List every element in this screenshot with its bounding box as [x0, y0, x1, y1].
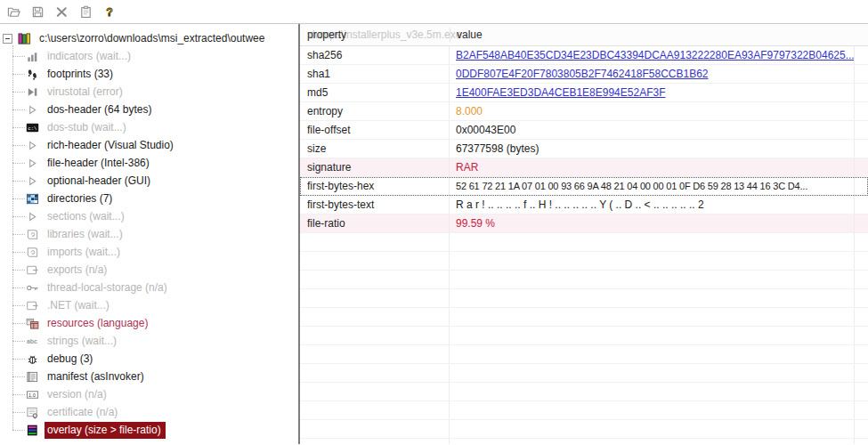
row-spacer: [855, 401, 868, 419]
tree-item-sections[interactable]: sections (wait...): [0, 207, 298, 225]
delete-icon[interactable]: [53, 3, 70, 20]
grid-row-file-offset[interactable]: file-offset0x00043E00: [300, 121, 868, 140]
row-spacer: [855, 177, 868, 195]
tree-item-version[interactable]: 1.0version (n/a): [0, 385, 298, 403]
tree-item-label: .NET (wait...): [45, 298, 112, 312]
tree-item-virustotal[interactable]: virustotal (error): [0, 83, 298, 101]
tree-item-label: overlay (size > file-ratio): [45, 422, 166, 439]
grid-row-md5[interactable]: md51E400FAE3ED3DA4CEB1E8E994E52AF3F: [300, 84, 868, 102]
tree-item-libraries[interactable]: libraries (wait...): [0, 225, 298, 243]
row-spacer: [855, 102, 868, 120]
tree-branch-line: [12, 323, 25, 324]
tree-item-label: resources (language): [45, 316, 150, 330]
toolbar: ?: [0, 0, 868, 24]
tree-item-label: sections (wait...): [45, 209, 127, 223]
value-cell: 52 61 72 21 1A 07 01 00 93 66 9A 48 21 0…: [450, 177, 855, 195]
tree-item-footprints[interactable]: footprints (33): [0, 65, 298, 83]
tree-branch-line: [12, 341, 25, 342]
tree-item-dot-net[interactable]: .NET (wait...): [0, 296, 298, 314]
tree-item-dos-stub[interactable]: c:\dos-stub (wait...): [0, 118, 298, 136]
property-cell: signature: [300, 158, 450, 176]
value-cell: R a r ! .. .. .. .. f .. H ! .. .. .. ..…: [450, 196, 855, 214]
open-folder-icon[interactable]: [4, 3, 22, 20]
tree-branch-line: [12, 198, 25, 199]
tree-item-file-header[interactable]: file-header (Intel-386): [0, 154, 298, 172]
virustotal-icon: [25, 85, 40, 99]
tree-item-label: optional-header (GUI): [45, 174, 153, 188]
value-cell: [450, 345, 855, 363]
grid-row-sha256[interactable]: sha256B2AF548AB40E35CD34E23DBC43394DCAA9…: [300, 46, 868, 65]
property-cell: [300, 420, 450, 438]
property-cell: [300, 308, 450, 326]
abc-icon: abc: [25, 334, 40, 348]
property-cell: sha256: [300, 46, 450, 64]
value-cell: 67377598 (bytes): [450, 140, 855, 158]
grid-row-empty: [300, 289, 868, 308]
tree-item-overlay[interactable]: overlay (size > file-ratio): [0, 421, 298, 439]
value-cell[interactable]: 1E400FAE3ED3DA4CEB1E8E994E52AF3F: [450, 84, 855, 101]
svg-text:1.0: 1.0: [28, 392, 36, 397]
help-icon[interactable]: ?: [101, 3, 118, 20]
tree-item-label: dos-stub (wait...): [45, 120, 129, 134]
grid-row-first-bytes-hex[interactable]: first-bytes-hex52 61 72 21 1A 07 01 00 9…: [300, 177, 868, 196]
grid-row-sha1[interactable]: sha10DDF807E4F20F7803805B2F7462418F58CCB…: [300, 65, 868, 84]
tree-item-imports[interactable]: imports (wait...): [0, 243, 298, 261]
grid-row-first-bytes-text[interactable]: first-bytes-textR a r ! .. .. .. .. f ..…: [300, 196, 868, 214]
tree-branch-line: [12, 270, 25, 271]
tree-item-debug[interactable]: debug (3): [0, 350, 298, 368]
tree-item-exports[interactable]: exports (n/a): [0, 261, 298, 279]
book-icon: [25, 245, 40, 259]
svg-text:abc: abc: [27, 338, 37, 344]
tree-branch-line: [12, 163, 25, 164]
tree-item-label: certificate (n/a): [45, 405, 120, 419]
tree-item-rich-header[interactable]: rich-header (Visual Studio): [0, 136, 298, 154]
tree-item-label: indicators (wait...): [45, 49, 134, 63]
property-cell: size: [300, 140, 450, 158]
row-spacer: [855, 327, 868, 344]
key-icon: [25, 280, 40, 295]
bar-chart-icon: [25, 49, 40, 63]
tree-item-label: dos-header (64 bytes): [45, 102, 154, 117]
triangle-icon: [25, 102, 40, 117]
tree-item-label: rich-header (Visual Studio): [45, 138, 176, 152]
grid-row-entropy[interactable]: entropy8.000: [300, 102, 868, 121]
version-icon: 1.0: [25, 387, 40, 401]
tree-item-strings[interactable]: abcstrings (wait...): [0, 332, 298, 350]
tree-item-label: exports (n/a): [45, 263, 110, 277]
tree-item-directories[interactable]: directories (7): [0, 190, 298, 207]
tree-item-thread-local-storage[interactable]: thread-local-storage (n/a): [0, 279, 298, 296]
value-cell: [450, 327, 855, 344]
tree-root-file[interactable]: c:\users\zorro\downloads\msi_extracted\o…: [0, 29, 298, 47]
clipboard-icon[interactable]: [77, 3, 94, 20]
property-cell: [300, 327, 450, 344]
structure-tree: c:\users\zorro\downloads\msi_extracted\o…: [0, 24, 300, 444]
tree-item-indicators[interactable]: indicators (wait...): [0, 47, 298, 65]
grid-row-signature[interactable]: signatureRAR: [300, 158, 868, 177]
grid-row-file-ratio[interactable]: file-ratio99.59 %: [300, 214, 868, 233]
collapse-toggle-icon[interactable]: [3, 34, 12, 44]
tree-item-optional-header[interactable]: optional-header (GUI): [0, 172, 298, 190]
property-cell: sha1: [300, 65, 450, 83]
save-icon[interactable]: [28, 3, 46, 20]
triangle-icon: [25, 209, 40, 223]
svg-text:c:\: c:\: [28, 125, 37, 131]
value-cell: RAR: [450, 158, 855, 176]
main-area: c:\users\zorro\downloads\msi_extracted\o…: [0, 24, 868, 444]
property-cell: [300, 401, 450, 419]
tree-item-manifest[interactable]: manifest (asInvoker): [0, 368, 298, 385]
bug-icon: [25, 352, 40, 366]
tree-branch-line: [12, 305, 25, 306]
value-cell[interactable]: 0DDF807E4F20F7803805B2F7462418F58CCB1B62: [450, 65, 855, 83]
column-header-value[interactable]: value: [457, 28, 483, 41]
property-cell: file-ratio: [300, 214, 450, 232]
column-header-property[interactable]: property: [307, 28, 346, 41]
tree-item-dos-header[interactable]: dos-header (64 bytes): [0, 101, 298, 118]
tag-icon: [25, 298, 40, 312]
grid-row-size[interactable]: size67377598 (bytes): [300, 140, 868, 158]
tree-branch-line: [12, 109, 25, 110]
tree-item-label: libraries (wait...): [45, 227, 126, 241]
tree-item-label: manifest (asInvoker): [45, 369, 147, 384]
tree-item-resources[interactable]: resources (language): [0, 314, 298, 332]
tree-item-certificate[interactable]: certificate (n/a): [0, 403, 298, 421]
value-cell[interactable]: B2AF548AB40E35CD34E23DBC43394DCAA9132222…: [450, 46, 855, 64]
